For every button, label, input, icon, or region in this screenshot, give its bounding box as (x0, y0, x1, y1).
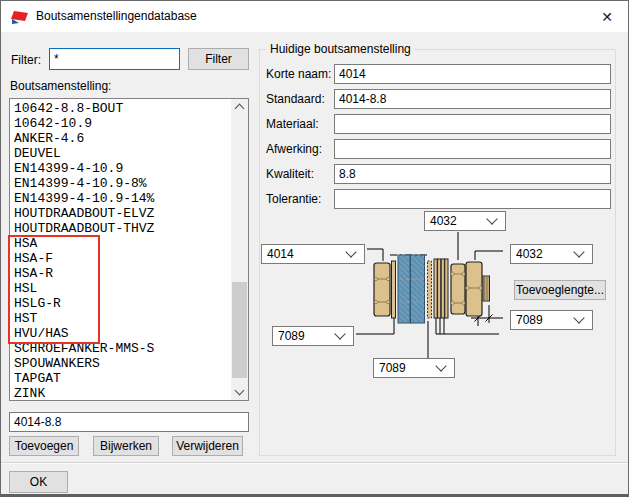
chevron-down-icon (573, 246, 584, 257)
bolt-combo[interactable]: 4014 (261, 244, 365, 264)
nut-top-combo[interactable]: 4032 (424, 211, 506, 231)
list-item[interactable]: HVU/HAS (10, 326, 231, 341)
update-button[interactable]: Bijwerken (93, 436, 159, 456)
chevron-down-icon (486, 213, 497, 224)
list-item[interactable]: EN14399-4-10.9-14% (10, 191, 231, 206)
bolt-assembly-diagram (351, 231, 506, 361)
app-icon (11, 9, 30, 26)
list-item[interactable]: HST (10, 311, 231, 326)
filter-label: Filter: (11, 53, 41, 67)
list-item[interactable]: HSA-F (10, 251, 231, 266)
afwerking-label: Afwerking: (266, 142, 322, 156)
filter-input[interactable] (49, 48, 180, 70)
kwaliteit-label: Kwaliteit: (266, 167, 314, 181)
materiaal-label: Materiaal: (266, 117, 319, 131)
standaard-label: Standaard: (266, 92, 325, 106)
selected-standard-field[interactable] (9, 412, 249, 432)
chevron-down-icon (573, 312, 584, 323)
bolt-assembly-list-rows: 10642-8.8-BOUT10642-10.9ANKER-4.6DEUVELE… (10, 101, 231, 401)
list-scrollbar[interactable] (231, 99, 248, 400)
scroll-down-icon[interactable] (231, 384, 248, 400)
washer-bottom-combo[interactable]: 7089 (373, 358, 455, 378)
list-item[interactable]: HSL (10, 281, 231, 296)
close-icon[interactable]: ✕ (592, 5, 622, 29)
list-item[interactable]: ANKER-4.6 (10, 131, 231, 146)
ok-button[interactable]: OK (9, 471, 68, 493)
list-item[interactable]: EN14399-4-10.9-8% (10, 176, 231, 191)
tolerantie-field[interactable] (334, 189, 611, 209)
chevron-down-icon (334, 328, 345, 339)
kwaliteit-field[interactable] (334, 164, 611, 184)
list-item[interactable]: DEUVEL (10, 146, 231, 161)
add-length-button[interactable]: Toevoeglengte... (514, 280, 606, 300)
washer-right-combo[interactable]: 7089 (510, 310, 593, 330)
tolerantie-label: Tolerantie: (266, 192, 321, 206)
nut-right-combo[interactable]: 4032 (510, 244, 593, 264)
scroll-up-icon[interactable] (231, 99, 248, 115)
list-label: Boutsamenstelling: (10, 79, 111, 93)
korte-naam-label: Korte naam: (266, 67, 331, 81)
footer-separator (1, 462, 629, 464)
bolt-assembly-list[interactable]: 10642-8.8-BOUT10642-10.9ANKER-4.6DEUVELE… (9, 98, 249, 401)
korte-naam-field[interactable] (334, 64, 611, 84)
scrollbar-thumb[interactable] (232, 282, 247, 378)
chevron-down-icon (435, 360, 446, 371)
delete-button[interactable]: Verwijderen (172, 436, 243, 456)
standaard-field[interactable] (334, 89, 611, 109)
window-title: Boutsamenstellingendatabase (36, 9, 197, 23)
list-item[interactable]: SCHROEFANKER-MMS-S (10, 341, 231, 356)
list-item[interactable]: HSLG-R (10, 296, 231, 311)
list-item[interactable]: TAPGAT (10, 371, 231, 386)
list-item[interactable]: EN14399-4-10.9 (10, 161, 231, 176)
washer-left-combo[interactable]: 7089 (272, 326, 354, 346)
list-item[interactable]: HSA-R (10, 266, 231, 281)
add-button[interactable]: Toevoegen (9, 436, 79, 456)
list-item[interactable]: 10642-8.8-BOUT (10, 101, 231, 116)
bolt-assembly-database-dialog: Boutsamenstellingendatabase ✕ Filter: Fi… (0, 0, 629, 497)
title-bar[interactable]: Boutsamenstellingendatabase ✕ (1, 1, 628, 32)
list-item[interactable]: HOUTDRAADBOUT-THVZ (10, 221, 231, 236)
list-item[interactable]: HOUTDRAADBOUT-ELVZ (10, 206, 231, 221)
groupbox-title: Huidige boutsamenstelling (266, 42, 415, 56)
list-item[interactable]: SPOUWANKERS (10, 356, 231, 371)
materiaal-field[interactable] (334, 114, 611, 134)
list-item[interactable]: 10642-10.9 (10, 116, 231, 131)
afwerking-field[interactable] (334, 139, 611, 159)
list-item[interactable]: HSA (10, 236, 231, 251)
list-item[interactable]: ZINK (10, 386, 231, 401)
filter-button[interactable]: Filter (188, 48, 249, 70)
